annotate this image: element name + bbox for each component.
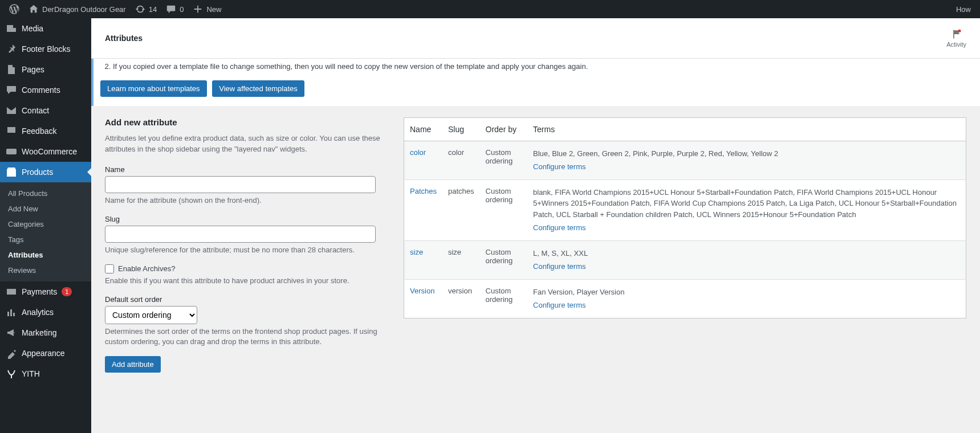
howdy-link[interactable]: How <box>951 0 975 18</box>
home-icon <box>29 4 39 14</box>
refresh-icon <box>135 4 145 14</box>
site-link[interactable]: DerDragon Outdoor Gear <box>24 0 131 18</box>
comments-link[interactable]: 0 <box>161 0 188 18</box>
comments-count: 0 <box>180 5 184 14</box>
wordpress-icon <box>9 4 19 14</box>
updates-count: 14 <box>149 5 157 14</box>
plus-icon <box>193 4 203 14</box>
updates-link[interactable]: 14 <box>131 0 161 18</box>
comment-icon <box>166 4 176 14</box>
new-label: New <box>206 5 221 14</box>
site-name: DerDragon Outdoor Gear <box>42 5 126 14</box>
new-link[interactable]: New <box>188 0 226 18</box>
howdy-text: How <box>956 5 971 14</box>
wp-logo[interactable] <box>5 0 24 18</box>
admin-toolbar: DerDragon Outdoor Gear 14 0 New How <box>0 0 980 18</box>
